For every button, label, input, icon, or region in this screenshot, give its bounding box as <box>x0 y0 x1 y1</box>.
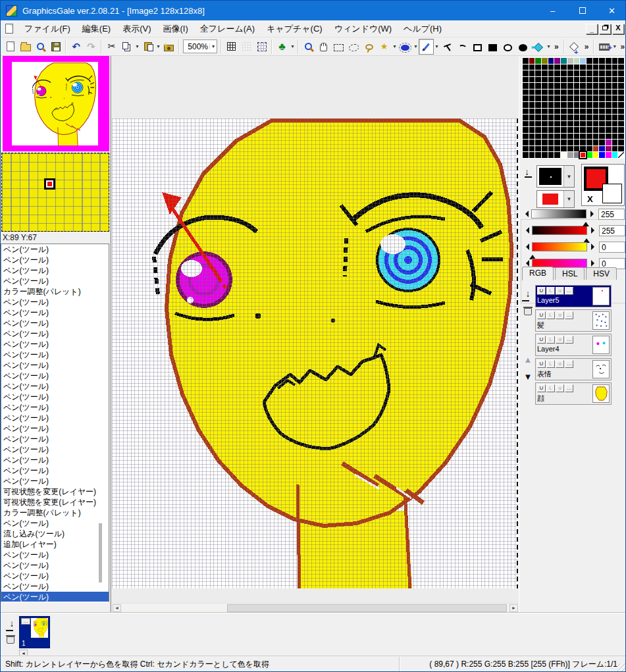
layer-button-L[interactable]: L <box>546 336 555 344</box>
palette-cell[interactable] <box>523 77 529 83</box>
palette-cell[interactable] <box>523 127 529 133</box>
palette-cell[interactable] <box>593 83 599 89</box>
palette-cell[interactable] <box>618 134 624 140</box>
background-color-combo[interactable]: ▼ <box>536 165 575 188</box>
palette-cell[interactable] <box>567 152 573 158</box>
navigator-marker[interactable] <box>44 178 55 190</box>
palette-cell[interactable] <box>574 83 580 89</box>
palette-cell[interactable] <box>580 95 586 101</box>
foreground-color-combo[interactable]: ▼ <box>536 190 575 208</box>
history-item[interactable]: ペン(ツール) <box>1 297 109 307</box>
palette-cell[interactable] <box>561 115 567 120</box>
palette-cell[interactable] <box>593 70 599 76</box>
history-item[interactable]: ペン(ツール) <box>1 413 109 423</box>
palette-cell[interactable] <box>561 109 567 115</box>
palette-cell[interactable] <box>574 115 580 120</box>
history-item[interactable]: ペン(ツール) <box>1 307 109 318</box>
layer-thumbnail[interactable] <box>592 360 610 378</box>
palette-cell[interactable] <box>612 121 618 127</box>
palette-cell[interactable] <box>529 146 535 152</box>
palette-cell[interactable] <box>580 83 586 89</box>
palette-cell[interactable] <box>587 70 592 76</box>
layer-button-U[interactable]: U <box>537 360 546 368</box>
palette-cell[interactable] <box>606 65 612 70</box>
mdi-minimize-button[interactable]: _ <box>586 24 598 34</box>
new-file-button[interactable] <box>3 39 18 55</box>
palette-cell[interactable] <box>574 140 580 145</box>
palette-cell[interactable] <box>580 58 586 64</box>
palette-cell[interactable] <box>523 146 529 152</box>
pin-icon[interactable]: ↓ <box>522 288 534 301</box>
secondary-color-swatch[interactable] <box>602 184 622 203</box>
palette-cell[interactable] <box>554 58 560 64</box>
layer-button-…[interactable]: … <box>565 384 573 392</box>
palette-cell[interactable] <box>542 65 548 70</box>
palette-cell[interactable] <box>599 121 605 127</box>
save-file-button[interactable] <box>48 39 63 55</box>
palette-cell[interactable] <box>542 146 548 152</box>
history-item[interactable]: ペン(ツール) <box>1 571 109 581</box>
palette-cell[interactable] <box>529 121 535 127</box>
palette-cell[interactable] <box>580 152 586 158</box>
palette-cell[interactable] <box>612 146 618 152</box>
menu-item-7[interactable]: ヘルプ(H) <box>398 20 448 38</box>
palette-cell[interactable] <box>612 83 618 89</box>
palette-cell[interactable] <box>542 109 548 115</box>
palette-cell[interactable] <box>548 77 554 83</box>
palette-cell[interactable] <box>529 65 535 70</box>
palette-cell[interactable] <box>548 140 554 145</box>
palette-cell[interactable] <box>593 127 599 133</box>
toolbar-overflow-chevron[interactable]: » <box>617 42 626 51</box>
palette-cell[interactable] <box>561 95 567 101</box>
palette-cell[interactable] <box>612 134 618 140</box>
palette-cell[interactable] <box>529 152 535 158</box>
palette-cell[interactable] <box>554 77 560 83</box>
palette-cell[interactable] <box>587 83 592 89</box>
palette-cell[interactable] <box>535 102 541 108</box>
palette-cell[interactable] <box>618 115 624 120</box>
layer-button-α[interactable]: α <box>556 384 564 392</box>
palette-cell[interactable] <box>554 152 560 158</box>
trash-icon[interactable] <box>7 636 14 644</box>
palette-cell[interactable] <box>606 95 612 101</box>
frame-options-button[interactable]: … <box>21 618 30 625</box>
palette-cell[interactable] <box>593 115 599 120</box>
palette-cell[interactable] <box>554 140 560 145</box>
palette-cell[interactable] <box>618 109 624 115</box>
palette-cell[interactable] <box>529 58 535 64</box>
history-item[interactable]: ペン(ツール) <box>1 392 109 402</box>
history-item[interactable]: ペン(ツール) <box>1 444 109 455</box>
palette-cell[interactable] <box>587 134 592 140</box>
palette-cell[interactable] <box>523 90 529 95</box>
palette-cell[interactable] <box>554 109 560 115</box>
history-item[interactable]: ペン(ツール) <box>1 550 109 560</box>
history-item[interactable]: 追加(レイヤー) <box>1 539 109 550</box>
palette-cell[interactable] <box>567 58 573 64</box>
palette-cell[interactable] <box>561 127 567 133</box>
chevron-down-icon[interactable]: ▾ <box>209 43 217 49</box>
palette-cell[interactable] <box>593 134 599 140</box>
palette-cell[interactable] <box>618 90 624 95</box>
slider-right-arrow[interactable] <box>591 244 598 250</box>
history-item[interactable]: ペン(ツール) <box>1 339 109 349</box>
palette-cell[interactable] <box>574 65 580 70</box>
palette-cell[interactable] <box>580 146 586 152</box>
palette-cell[interactable] <box>606 102 612 108</box>
palette-cell[interactable] <box>548 152 554 158</box>
mdi-close-button[interactable]: X <box>612 24 624 34</box>
palette-cell[interactable] <box>535 109 541 115</box>
palette-cell[interactable] <box>567 115 573 120</box>
trash-icon[interactable] <box>524 308 532 315</box>
menu-item-1[interactable]: 編集(E) <box>76 20 117 38</box>
menu-item-3[interactable]: 画像(I) <box>157 20 194 38</box>
history-scrollbar-thumb[interactable] <box>99 523 102 582</box>
rect-fill-tool-button[interactable] <box>485 39 500 55</box>
palette-cell[interactable] <box>618 58 624 64</box>
palette-cell[interactable] <box>548 83 554 89</box>
select-free-tool-button[interactable] <box>346 39 361 55</box>
layer-thumbnail[interactable] <box>592 384 610 403</box>
chevron-down-icon[interactable]: ▾ <box>546 43 552 49</box>
palette-cell[interactable] <box>542 90 548 95</box>
hscroll-right-button[interactable]: ► <box>509 604 518 612</box>
palette-cell[interactable] <box>612 65 618 70</box>
